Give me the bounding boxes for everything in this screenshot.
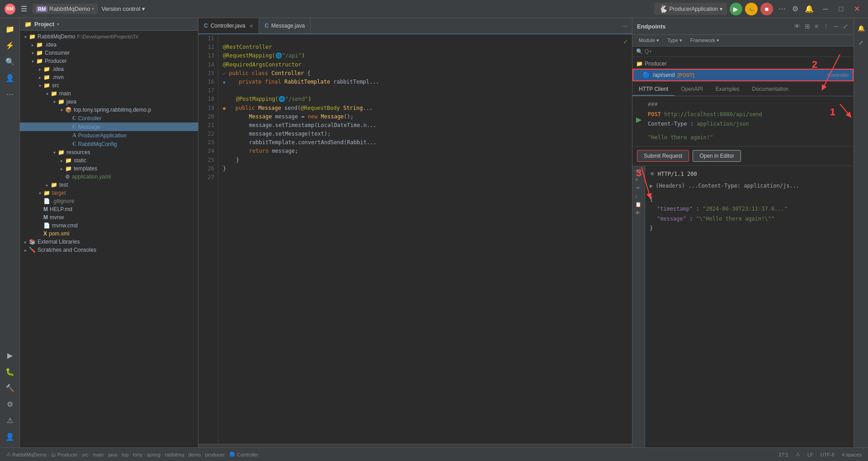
maximize-button[interactable]: □ [835, 3, 847, 15]
debug-button[interactable]: 🐛 [745, 3, 758, 15]
submit-request-button[interactable]: Submit Request [637, 150, 689, 162]
sidebar-icon-build[interactable]: 🔨 [3, 381, 17, 395]
run-button[interactable]: ▶ [730, 3, 742, 15]
response-eye2-icon[interactable]: 👁 [634, 209, 643, 216]
sidebar-icon-more[interactable]: ⋯ [3, 87, 17, 101]
tree-item-producer[interactable]: ▾ 📁 Producer [20, 57, 198, 65]
sidebar-icon-run[interactable]: ▶ [3, 348, 17, 362]
hamburger-menu[interactable]: ☰ [19, 3, 29, 15]
editor-hscrollbar[interactable] [198, 444, 632, 447]
tree-arrow: ▸ [22, 240, 29, 245]
http-tab-client[interactable]: HTTP Client [632, 83, 675, 96]
tree-item-src[interactable]: ▾ 📁 src [20, 81, 198, 89]
tree-item-gitignore[interactable]: 📄 .gitignore [20, 197, 198, 205]
tree-item-static[interactable]: ▸ 📁 static [20, 156, 198, 165]
tree-arrow: ▾ [51, 150, 58, 155]
response-indent-icon[interactable]: ⇥ [634, 184, 643, 192]
ep-view-icon[interactable]: 👁 [793, 22, 801, 31]
tree-item-producerapp[interactable]: A ProducerApplication [20, 131, 198, 140]
tree-item-controller[interactable]: C Controller [20, 114, 198, 122]
minimize-button[interactable]: ─ [819, 3, 831, 15]
tree-item-test[interactable]: ▸ 📁 test [20, 181, 198, 189]
endpoints-search: 🔍 [632, 47, 854, 57]
status-position[interactable]: 27:1 [777, 451, 790, 458]
code-line-23: rabbitTemplate.convertAndSend(Rabbit... [223, 138, 627, 147]
tabs-overflow-icon[interactable]: ⋯ [617, 23, 632, 29]
response-copy-icon[interactable]: 📋 [634, 201, 643, 208]
open-in-editor-button[interactable]: Open in Editor [693, 150, 741, 162]
filter-type[interactable]: Type ▾ [665, 37, 685, 44]
right-icon-expand[interactable]: ⤢ [855, 36, 868, 49]
response-list-icon[interactable]: ≡ [634, 176, 643, 183]
tree-label: resources [66, 149, 90, 155]
http-tab-openapi[interactable]: OpenAPI [675, 83, 709, 96]
tree-item-package[interactable]: ▾ 📦 top.tony.spring.rabbitmq.demo.p [20, 106, 198, 114]
sidebar-icon-commit[interactable]: ⚡ [3, 38, 17, 52]
sidebar-icon-problems[interactable]: ⚠ [3, 413, 17, 428]
response-collapse-icon[interactable]: ↕ [634, 193, 643, 200]
status-encoding[interactable]: UTF-8 [819, 451, 836, 458]
sidebar-icon-profile[interactable]: 👤 [3, 71, 17, 85]
http-tab-examples[interactable]: Examples [709, 83, 746, 96]
status-line-separator[interactable]: LF [806, 451, 815, 458]
ep-group-producer[interactable]: 📁 Producer [632, 59, 854, 69]
tree-item-mvnw[interactable]: M mvnw [20, 213, 198, 221]
tab-message-java[interactable]: C Message.java [259, 18, 311, 34]
ep-search-input[interactable] [645, 48, 850, 55]
tree-item-extlibs[interactable]: ▸ 📚 External Libraries [20, 238, 198, 246]
tree-item-message[interactable]: C Message [20, 122, 198, 131]
sidebar-icon-project[interactable]: 📁 [3, 22, 17, 36]
tree-item-rabbitmqconfig[interactable]: C RabbitMqConfig [20, 140, 198, 148]
ep-expand-icon[interactable]: ⤢ [842, 22, 849, 31]
tree-item-mvn[interactable]: ▸ 📁 .mvn [20, 73, 198, 81]
close-button[interactable]: ✕ [850, 3, 863, 15]
sidebar-icon-settings[interactable]: ⚙ [3, 397, 17, 411]
filter-framework[interactable]: Framework ▾ [688, 37, 722, 44]
tab-close-icon[interactable]: ✕ [250, 24, 253, 28]
tree-item-java[interactable]: ▾ 📁 java [20, 98, 198, 106]
tree-item-scratches[interactable]: ▸ 🪛 Scratches and Consoles [20, 246, 198, 254]
ep-more-icon[interactable]: ⋮ [822, 22, 830, 31]
folder-icon: 📁 [43, 190, 50, 196]
tree-item-helpmd[interactable]: M HELP.md [20, 205, 198, 213]
status-breadcrumb[interactable]: ⚠ RabbitMqDemo › 🗂 Producer › src › main… [5, 451, 260, 458]
ep-collapse-icon[interactable]: ─ [833, 22, 839, 31]
tree-item-pomxml[interactable]: X pom.xml [20, 230, 198, 238]
tree-item-target[interactable]: ▾ 📁 target [20, 189, 198, 197]
tree-item-idea1[interactable]: ▸ 📁 .idea [20, 41, 198, 49]
tree-item-appyaml[interactable]: ⚙ application.yaml [20, 173, 198, 181]
code-editor[interactable]: 11 12 13 14 15 16 17 18 19 20 21 22 23 2… [198, 34, 632, 444]
settings-icon[interactable]: ⚙ [790, 3, 800, 15]
tree-label: ProducerApplication [78, 132, 127, 139]
tab-controller-java[interactable]: C Controller.java ✕ [198, 18, 259, 34]
class-icon: C [72, 123, 76, 130]
ep-path: /api/send [653, 72, 675, 78]
project-selector[interactable]: RM RabbitMqDemo ▾ [33, 4, 98, 14]
http-run-button[interactable]: ▶ [636, 115, 642, 124]
right-icon-notifications[interactable]: 🔔 [855, 22, 868, 34]
filter-module[interactable]: Module ▾ [636, 37, 662, 44]
response-headers-toggle[interactable]: ▶ [650, 181, 653, 191]
tree-item-consumer[interactable]: ▾ 📁 Consumer [20, 49, 198, 57]
ep-grid-icon[interactable]: ⊞ [804, 22, 811, 31]
ep-item-apisend[interactable]: 🔵 /api/send [POST] Controller [632, 69, 854, 81]
status-warnings[interactable]: ⚠ [794, 451, 802, 458]
ep-list-icon[interactable]: ≡ [814, 22, 819, 31]
sidebar-icon-debug[interactable]: 🐛 [3, 364, 17, 379]
notifications-icon[interactable]: 🔔 [803, 3, 816, 15]
search-everywhere-icon[interactable]: ⋯ [777, 3, 788, 15]
tree-item-resources[interactable]: ▾ 📁 resources [20, 148, 198, 156]
tree-item-rabbitmqdemo[interactable]: ▾ 📁 RabbitMqDemo F:\Development\Projects… [20, 33, 198, 41]
status-indent[interactable]: 4 spaces [840, 451, 863, 458]
tree-item-idea2[interactable]: ▸ 📁 .idea [20, 65, 198, 73]
sidebar-icon-account[interactable]: 👤 [3, 429, 17, 444]
run-config-selector[interactable]: 🐇 ProducerApplication ▾ [654, 3, 727, 15]
http-tab-documentation[interactable]: Documentation [746, 83, 795, 96]
version-control[interactable]: Version control ▾ [101, 5, 145, 12]
tree-item-main[interactable]: ▾ 📁 main [20, 89, 198, 98]
stop-button[interactable]: ■ [760, 3, 773, 15]
sidebar-icon-search[interactable]: 🔍 [3, 54, 17, 69]
response-eye-icon[interactable]: 👁 [634, 168, 643, 175]
tree-item-mvnwcmd[interactable]: 📄 mvnw.cmd [20, 221, 198, 230]
tree-item-templates[interactable]: ▸ 📁 templates [20, 165, 198, 173]
